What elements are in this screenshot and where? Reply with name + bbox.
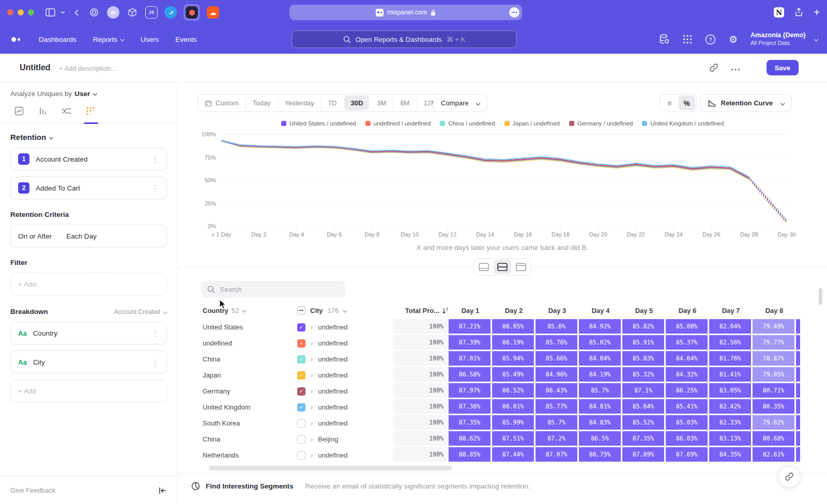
retention-cell[interactable]: 80.68% xyxy=(753,431,794,446)
expand-chevron-icon[interactable]: › xyxy=(311,323,313,331)
give-feedback-link[interactable]: Give Feedback xyxy=(10,486,55,494)
js-favicon[interactable]: JS xyxy=(145,6,158,19)
analyze-value-dropdown[interactable]: User xyxy=(74,90,97,98)
city-column-header[interactable]: City176 xyxy=(297,306,393,314)
retention-cell[interactable]: 86.03% xyxy=(666,431,708,446)
retention-cell[interactable]: 84.19% xyxy=(579,367,621,382)
project-switcher[interactable]: Amazonia {Demo} All Project Data xyxy=(751,32,806,46)
country-cell[interactable]: Netherlands xyxy=(196,447,297,463)
retention-cell[interactable]: 86.75% xyxy=(579,447,621,462)
retention-cell[interactable]: 86.52% xyxy=(492,383,534,398)
day-column-header[interactable]: Day 3 xyxy=(535,307,579,314)
retention-cell[interactable]: 82.61% xyxy=(753,447,794,462)
range-6m[interactable]: 6M xyxy=(393,94,416,112)
retention-cell[interactable]: 87.01% xyxy=(449,351,491,366)
retention-cell[interactable]: 87.35% xyxy=(449,415,491,430)
table-search-input[interactable]: Search xyxy=(202,281,345,297)
retention-cell[interactable]: 85.6% xyxy=(535,319,577,334)
apps-grid-icon[interactable] xyxy=(683,35,692,44)
retention-cell[interactable]: 83.05% xyxy=(709,383,751,398)
horizontal-scrollbar[interactable] xyxy=(209,466,452,470)
row-checkbox[interactable] xyxy=(297,451,305,460)
row-checkbox[interactable]: ✓ xyxy=(297,371,305,380)
retention-cell[interactable]: 79.05% xyxy=(753,367,794,382)
retention-cell[interactable]: 87.2% xyxy=(535,431,577,446)
range-7d[interactable]: 7D xyxy=(321,94,344,112)
country-cell[interactable]: Germany xyxy=(196,383,297,399)
letter-m-favicon[interactable]: m xyxy=(107,6,119,19)
retention-cell[interactable]: 84.83% xyxy=(579,415,621,430)
range-yesterday[interactable]: Yesterday xyxy=(278,94,321,112)
compare-button[interactable]: Compare xyxy=(433,94,487,112)
zoom-window-button[interactable] xyxy=(28,9,34,15)
report-description-placeholder[interactable]: + Add description... xyxy=(59,65,116,72)
retention-cell[interactable]: 87.21% xyxy=(449,319,491,334)
chart-type-dropdown[interactable]: Retention Curve xyxy=(700,94,792,112)
day-column-header[interactable]: Day 1 xyxy=(449,307,492,314)
kebab-menu-icon[interactable]: ⋮ xyxy=(151,155,159,163)
retention-cell[interactable]: 85.08% xyxy=(666,319,708,334)
step-card-1[interactable]: 1 Account Created ⋮ xyxy=(10,148,167,170)
total-column-header[interactable]: Total Pro... xyxy=(393,307,449,314)
settings-gear-icon[interactable]: ⚙ xyxy=(729,35,738,44)
nav-users[interactable]: Users xyxy=(141,36,159,43)
retention-cell[interactable]: 79.49% xyxy=(753,319,794,334)
retention-cell[interactable]: 81.41% xyxy=(709,367,751,382)
retention-cell[interactable]: 85.99% xyxy=(492,415,534,430)
expand-chevron-icon[interactable]: › xyxy=(311,403,313,411)
row-checkbox[interactable]: ✓ xyxy=(297,355,305,364)
retention-cell[interactable]: 80.35% xyxy=(753,399,794,414)
criteria-interval[interactable]: Each Day xyxy=(66,232,97,240)
retention-cell[interactable]: 87.1% xyxy=(622,383,664,398)
save-button[interactable]: Save xyxy=(767,60,799,75)
kebab-menu-icon[interactable]: ⋮ xyxy=(151,358,159,366)
tab-flows[interactable] xyxy=(61,106,72,116)
unit-percent-button[interactable]: % xyxy=(678,96,695,111)
retention-criteria-card[interactable]: On or After Each Day xyxy=(10,225,167,247)
retention-chart[interactable]: 0%25%50%75%100%< 1 DayDay 2Day 4Day 6Day… xyxy=(195,128,805,243)
retention-cell[interactable]: 85.76% xyxy=(535,335,577,350)
retention-cell[interactable]: 87.35% xyxy=(622,431,664,446)
range-custom[interactable]: Custom xyxy=(198,94,246,112)
retention-cell[interactable]: 87.39% xyxy=(449,335,491,350)
retention-cell[interactable]: 82.56% xyxy=(709,335,751,350)
retention-cell[interactable]: 85.66% xyxy=(535,351,577,366)
retention-cell[interactable]: 86.05% xyxy=(492,319,534,334)
expand-chevron-icon[interactable]: › xyxy=(311,419,313,427)
retention-cell[interactable]: 85.82% xyxy=(622,319,664,334)
day-column-header[interactable]: Day 4 xyxy=(579,307,622,314)
close-window-button[interactable] xyxy=(7,9,13,15)
bird-favicon[interactable] xyxy=(164,6,177,19)
retention-cell[interactable]: 86.01% xyxy=(492,399,534,414)
new-tab-icon[interactable]: + xyxy=(814,7,820,18)
address-options-icon[interactable]: ⋯ xyxy=(509,7,519,18)
retention-cell[interactable]: 85.52% xyxy=(622,415,664,430)
legend-item[interactable]: United Kingdom / undefined xyxy=(642,120,724,127)
expand-chevron-icon[interactable]: › xyxy=(311,371,313,379)
kebab-menu-icon[interactable]: ⋮ xyxy=(151,329,159,337)
ring-favicon[interactable] xyxy=(88,6,100,19)
retention-cell[interactable]: 88.62% xyxy=(449,431,491,446)
retention-cell[interactable]: 78.87% xyxy=(753,351,794,366)
report-title[interactable]: Untitled xyxy=(20,63,51,72)
legend-item[interactable]: Germany / undefined xyxy=(569,120,633,127)
country-column-header[interactable]: Country52 xyxy=(196,307,297,314)
data-management-icon[interactable] xyxy=(658,34,670,45)
retention-cell[interactable]: 84.64% xyxy=(666,351,708,366)
kebab-menu-icon[interactable]: ⋮ xyxy=(151,184,159,192)
cube-favicon[interactable] xyxy=(126,6,139,19)
layout-split-button[interactable] xyxy=(494,260,511,274)
day-column-header[interactable]: Day 2 xyxy=(492,307,535,314)
retention-cell[interactable]: 87.36% xyxy=(449,399,491,414)
retention-cell[interactable]: 80.71% xyxy=(753,383,794,398)
layout-table-only-button[interactable] xyxy=(512,260,530,274)
row-checkbox[interactable]: ✓ xyxy=(297,323,305,332)
day-column-header[interactable]: Day 5 xyxy=(622,307,666,314)
help-icon[interactable]: ? xyxy=(705,34,716,45)
retention-cell[interactable]: 83.13% xyxy=(709,431,751,446)
legend-item[interactable]: undefined / undefined xyxy=(365,120,431,127)
retention-cell[interactable]: 82.42% xyxy=(709,399,751,414)
cloud-favicon[interactable]: ☁ xyxy=(207,6,219,19)
unit-count-button[interactable]: # xyxy=(661,96,678,111)
retention-cell[interactable]: 79.62% xyxy=(753,415,794,430)
